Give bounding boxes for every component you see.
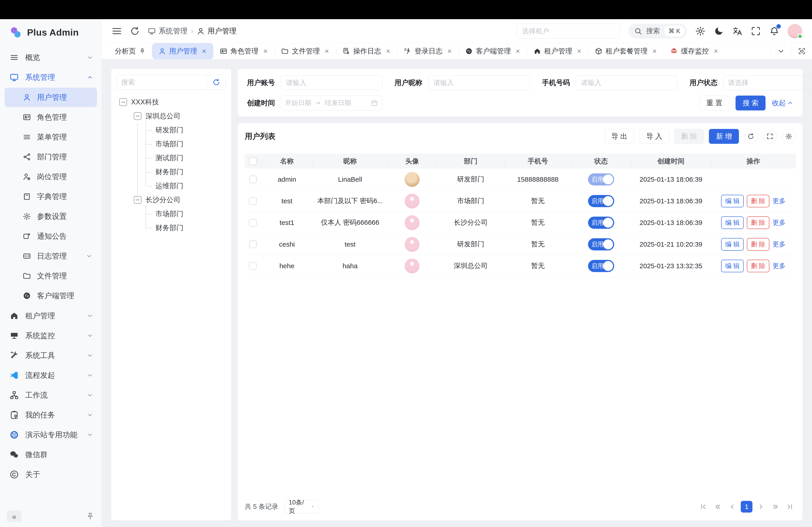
last-page-button[interactable]	[784, 501, 796, 513]
tab-close-icon[interactable]	[447, 48, 452, 54]
edit-button[interactable]: 编 辑	[721, 216, 744, 229]
sidebar-subitem[interactable]: 客户端管理	[4, 286, 97, 305]
sidebar-item[interactable]: 流程发起	[0, 365, 102, 385]
current-page-button[interactable]: 1	[741, 501, 752, 513]
hamburger-menu-icon[interactable]	[112, 26, 122, 36]
search-button[interactable]: 搜 索	[736, 95, 766, 110]
tab-close-icon[interactable]	[263, 48, 269, 54]
prev-page-button[interactable]	[726, 501, 738, 513]
tab-list-dropdown-button[interactable]	[770, 43, 791, 59]
jump-back-button[interactable]	[712, 501, 724, 513]
more-button[interactable]: 更多	[772, 240, 786, 249]
refresh-page-icon[interactable]	[130, 26, 140, 36]
tenant-select-input[interactable]	[516, 24, 620, 39]
jump-forward-button[interactable]	[770, 501, 781, 513]
export-button[interactable]: 导 出	[605, 129, 635, 144]
edit-button[interactable]: 编 辑	[721, 238, 744, 251]
tab-close-icon[interactable]	[515, 48, 521, 54]
tree-collapse-box[interactable]	[119, 98, 127, 106]
status-select[interactable]: 请选择	[723, 75, 812, 90]
sidebar-subitem[interactable]: 菜单管理	[4, 127, 97, 147]
tab-close-icon[interactable]	[652, 48, 657, 54]
select-row-checkbox[interactable]	[249, 176, 257, 183]
next-page-button[interactable]	[755, 501, 767, 513]
tree-refresh-button[interactable]	[207, 75, 226, 90]
tab[interactable]: 用户管理	[152, 43, 213, 59]
content-fullscreen-button[interactable]	[791, 43, 812, 59]
sidebar-collapse-button[interactable]: «	[7, 511, 21, 522]
app-logo[interactable]: Plus Admin	[0, 19, 102, 46]
sidebar-subitem[interactable]: 文件管理	[4, 266, 97, 286]
tab[interactable]: 租户套餐管理	[589, 43, 664, 59]
add-button[interactable]: 新 增	[709, 129, 739, 144]
table-settings-button[interactable]	[782, 130, 796, 144]
bulk-delete-button[interactable]: 删 除	[674, 129, 704, 144]
status-toggle[interactable]: 启用	[588, 260, 614, 272]
phone-input[interactable]	[576, 75, 677, 90]
sidebar-item[interactable]: 工作流	[0, 385, 102, 405]
select-all-checkbox[interactable]	[249, 157, 257, 165]
more-button[interactable]: 更多	[772, 197, 786, 206]
status-toggle[interactable]: 启用	[588, 238, 614, 251]
settings-gear-icon[interactable]	[695, 26, 706, 36]
sidebar-pin-button[interactable]	[86, 512, 95, 521]
first-page-button[interactable]	[697, 501, 709, 513]
tree-node[interactable]: 长沙分公司	[117, 193, 226, 207]
sidebar-subitem[interactable]: 岗位管理	[4, 167, 97, 186]
notifications-bell-icon[interactable]	[769, 26, 780, 36]
tab[interactable]: 登录日志	[397, 43, 459, 59]
tree-node[interactable]: 市场部门	[117, 137, 226, 151]
tree-node[interactable]: 研发部门	[117, 123, 226, 137]
sidebar-subitem[interactable]: 参数设置	[4, 207, 97, 226]
sidebar-subitem[interactable]: 日志管理	[4, 246, 97, 266]
tree-node[interactable]: XXX科技	[117, 95, 226, 109]
select-row-checkbox[interactable]	[249, 262, 257, 270]
tree-node[interactable]: 财务部门	[117, 165, 226, 179]
tab[interactable]: 客户端管理	[459, 43, 527, 59]
fullscreen-icon[interactable]	[751, 26, 761, 36]
tab[interactable]: 角色管理	[213, 43, 275, 59]
page-size-select[interactable]: 10条/页	[285, 500, 319, 513]
global-search-button[interactable]: 搜索 ⌘ K	[628, 24, 687, 39]
sidebar-item[interactable]: 演示站专用功能	[0, 425, 102, 445]
tab-pin-icon[interactable]	[139, 48, 146, 55]
tree-node[interactable]: 市场部门	[117, 207, 226, 221]
tree-node[interactable]: 深圳总公司	[117, 109, 226, 123]
sidebar-item[interactable]: 微信群	[0, 445, 102, 465]
breadcrumb-item-current[interactable]: 用户管理	[197, 26, 236, 36]
tab[interactable]: 分析页	[108, 43, 152, 59]
user-avatar[interactable]	[788, 24, 802, 38]
sidebar-subitem[interactable]: 用户管理	[4, 88, 97, 107]
select-row-checkbox[interactable]	[249, 241, 257, 248]
sidebar-item[interactable]: 概览	[0, 48, 102, 67]
dark-mode-moon-icon[interactable]	[714, 26, 724, 36]
table-refresh-button[interactable]	[744, 130, 758, 144]
sidebar-subitem[interactable]: 部门管理	[4, 147, 97, 167]
tab-close-icon[interactable]	[324, 48, 330, 54]
sidebar-subitem[interactable]: 通知公告	[4, 227, 97, 246]
sidebar-item[interactable]: 关于	[0, 465, 102, 484]
tree-node[interactable]: 财务部门	[117, 221, 226, 235]
delete-button[interactable]: 删 除	[747, 238, 769, 251]
sidebar-subitem[interactable]: 角色管理	[4, 107, 97, 127]
reset-button[interactable]: 重 置	[699, 95, 729, 110]
edit-button[interactable]: 编 辑	[721, 260, 744, 272]
sidebar-subitem[interactable]: 字典管理	[4, 187, 97, 206]
tab-close-icon[interactable]	[713, 48, 719, 54]
status-toggle[interactable]: 启用	[588, 174, 614, 185]
select-row-checkbox[interactable]	[249, 219, 257, 227]
tab-close-icon[interactable]	[576, 48, 582, 54]
sidebar-item[interactable]: 系统监控	[0, 326, 102, 346]
delete-button[interactable]: 删 除	[747, 216, 769, 229]
select-row-checkbox[interactable]	[249, 197, 257, 205]
sidebar-item[interactable]: 系统管理	[0, 67, 102, 87]
import-button[interactable]: 导 入	[639, 129, 669, 144]
more-button[interactable]: 更多	[772, 218, 786, 227]
tab[interactable]: 租户管理	[527, 43, 589, 59]
tab-close-icon[interactable]	[201, 48, 207, 54]
status-toggle[interactable]: 启用	[588, 216, 614, 229]
tree-search-input[interactable]	[117, 75, 207, 90]
nickname-input[interactable]	[428, 75, 530, 90]
date-range-picker[interactable]: 开始日期 结束日期	[281, 95, 382, 110]
sidebar-item[interactable]: 系统工具	[0, 346, 102, 365]
